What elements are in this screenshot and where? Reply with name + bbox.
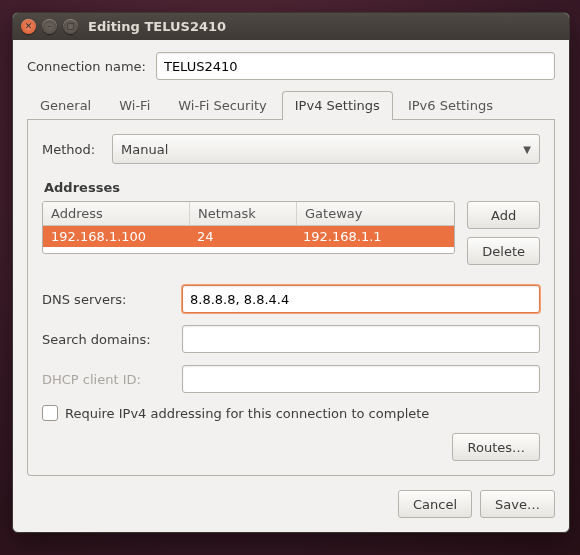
addresses-heading: Addresses <box>44 180 540 195</box>
titlebar[interactable]: ✕ – ▢ Editing TELUS2410 <box>13 13 569 40</box>
cell-netmask: 24 <box>189 226 295 247</box>
add-button[interactable]: Add <box>467 201 540 229</box>
maximize-icon[interactable]: ▢ <box>63 19 78 34</box>
require-ipv4-label: Require IPv4 addressing for this connect… <box>65 406 429 421</box>
cell-gateway: 192.168.1.1 <box>295 226 454 247</box>
require-ipv4-checkbox[interactable] <box>42 405 58 421</box>
window-title: Editing TELUS2410 <box>88 19 226 34</box>
connection-name-label: Connection name: <box>27 59 146 74</box>
routes-button[interactable]: Routes… <box>452 433 540 461</box>
tab-wifi-security[interactable]: Wi-Fi Security <box>165 91 280 120</box>
tab-panel-ipv4: Method: Manual ▼ Addresses Address Netma… <box>27 120 555 476</box>
chevron-down-icon: ▼ <box>523 144 531 155</box>
tab-wifi[interactable]: Wi-Fi <box>106 91 163 120</box>
col-address[interactable]: Address <box>43 202 190 225</box>
method-combo[interactable]: Manual ▼ <box>112 134 540 164</box>
col-netmask[interactable]: Netmask <box>190 202 297 225</box>
method-value: Manual <box>121 142 168 157</box>
tab-ipv4-settings[interactable]: IPv4 Settings <box>282 91 393 120</box>
dhcp-client-id-label: DHCP client ID: <box>42 372 172 387</box>
close-icon[interactable]: ✕ <box>21 19 36 34</box>
connection-name-input[interactable] <box>156 52 555 80</box>
network-editor-window: ✕ – ▢ Editing TELUS2410 Connection name:… <box>12 12 570 533</box>
delete-button[interactable]: Delete <box>467 237 540 265</box>
cell-address: 192.168.1.100 <box>43 226 189 247</box>
dns-label: DNS servers: <box>42 292 172 307</box>
dns-servers-input[interactable] <box>182 285 540 313</box>
cancel-button[interactable]: Cancel <box>398 490 472 518</box>
tab-general[interactable]: General <box>27 91 104 120</box>
window-client: Connection name: General Wi-Fi Wi-Fi Sec… <box>13 40 569 532</box>
col-gateway[interactable]: Gateway <box>297 202 454 225</box>
search-domains-input[interactable] <box>182 325 540 353</box>
method-label: Method: <box>42 142 102 157</box>
search-domains-label: Search domains: <box>42 332 172 347</box>
tab-bar: General Wi-Fi Wi-Fi Security IPv4 Settin… <box>27 90 555 120</box>
save-button[interactable]: Save… <box>480 490 555 518</box>
dhcp-client-id-input <box>182 365 540 393</box>
table-pad <box>43 247 454 253</box>
tab-ipv6-settings[interactable]: IPv6 Settings <box>395 91 506 120</box>
addresses-table[interactable]: Address Netmask Gateway 192.168.1.100 24… <box>42 201 455 254</box>
minimize-icon[interactable]: – <box>42 19 57 34</box>
addresses-header: Address Netmask Gateway <box>43 202 454 226</box>
table-row[interactable]: 192.168.1.100 24 192.168.1.1 <box>43 226 454 247</box>
